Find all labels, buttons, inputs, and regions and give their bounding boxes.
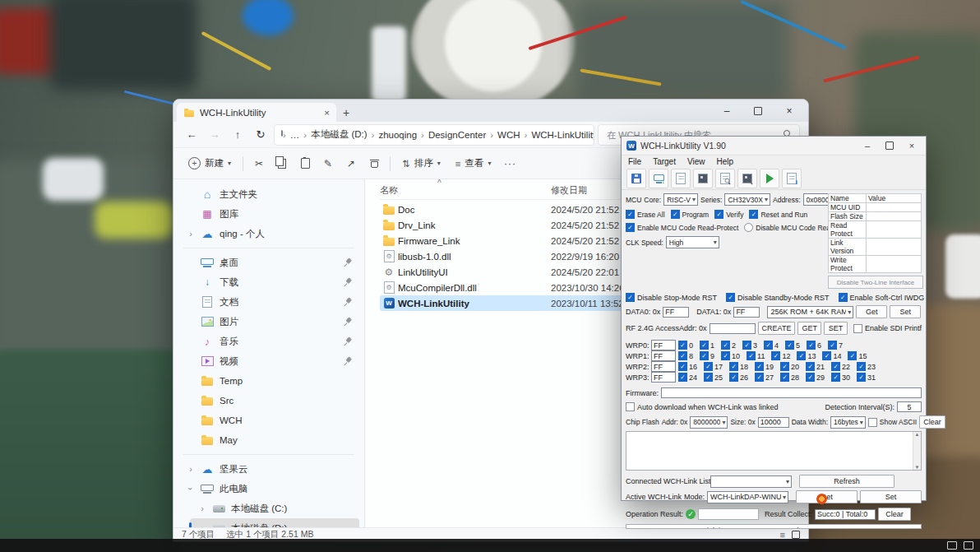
wrp-bit[interactable]: 2 bbox=[721, 341, 736, 350]
wrp-bit[interactable]: 11 bbox=[747, 351, 765, 360]
wrp-bit[interactable]: 4 bbox=[764, 341, 779, 350]
breadcrumb-item[interactable]: WCH-LinkUtility bbox=[529, 130, 594, 140]
wrp-bit[interactable]: 6 bbox=[807, 341, 821, 350]
sidebar-item-desktop[interactable]: 桌面 bbox=[178, 253, 359, 272]
wrp3-input[interactable] bbox=[651, 372, 676, 383]
verify-checkbox[interactable] bbox=[714, 210, 723, 219]
new-button[interactable]: 新建 bbox=[182, 153, 238, 174]
explorer-tab[interactable]: WCH-LinkUtility bbox=[177, 103, 336, 122]
menu-help[interactable]: Help bbox=[716, 157, 733, 166]
wrp-bit[interactable]: 1 bbox=[700, 341, 714, 350]
wrp-bit[interactable]: 16 bbox=[678, 362, 697, 371]
sidebar-item-documents[interactable]: 文档 bbox=[178, 292, 359, 312]
disable-read-protect-radio[interactable] bbox=[744, 223, 753, 232]
sidebar-item-may[interactable]: May bbox=[178, 430, 359, 450]
sidebar-item-nutstore[interactable]: 坚果云 bbox=[178, 459, 359, 479]
wrp-bit[interactable]: 7 bbox=[828, 341, 843, 350]
up-button[interactable] bbox=[228, 125, 247, 145]
data-get-button[interactable]: Get bbox=[856, 305, 887, 318]
sort-button[interactable]: 排序 bbox=[395, 153, 447, 174]
rf-create-button[interactable]: CREATE bbox=[758, 322, 796, 335]
wrp-bit[interactable]: 8 bbox=[678, 351, 693, 360]
show-ascii-checkbox[interactable] bbox=[868, 418, 877, 427]
forward-button[interactable] bbox=[205, 125, 224, 145]
iwdg-checkbox[interactable] bbox=[839, 293, 848, 302]
sidebar-item-temp[interactable]: Temp bbox=[178, 371, 359, 391]
breadcrumb-item[interactable]: 本地磁盘 (D:) bbox=[308, 128, 369, 141]
chevron-right-icon[interactable] bbox=[187, 464, 195, 474]
wrp-bit[interactable]: 9 bbox=[700, 351, 714, 360]
breadcrumb-item[interactable]: zhuoqing bbox=[376, 130, 419, 140]
refresh-button[interactable]: Refresh bbox=[799, 475, 894, 488]
download-button[interactable]: ↓ bbox=[649, 169, 668, 188]
sidebar-item-videos[interactable]: 视频 bbox=[178, 351, 359, 371]
file-button[interactable] bbox=[671, 169, 691, 188]
data-width-select[interactable]: 16bytes bbox=[830, 416, 866, 429]
connected-links-select[interactable] bbox=[710, 475, 792, 488]
rf-set-button[interactable]: SET bbox=[824, 322, 848, 335]
detection-interval-input[interactable] bbox=[897, 401, 922, 412]
wrp-bit[interactable]: 15 bbox=[848, 351, 867, 360]
open-file-button[interactable] bbox=[626, 169, 646, 188]
wrp-bit[interactable]: 20 bbox=[780, 362, 799, 371]
enable-read-protect-checkbox[interactable] bbox=[626, 223, 635, 232]
auto-download-checkbox[interactable] bbox=[626, 402, 635, 411]
flash-addr-select[interactable]: 8000000 bbox=[690, 416, 728, 429]
run-button[interactable] bbox=[760, 169, 779, 188]
maximize-button[interactable] bbox=[881, 137, 899, 155]
info-button[interactable]: i bbox=[782, 169, 802, 188]
wrp-bit[interactable]: 23 bbox=[857, 362, 876, 371]
wrp-bit[interactable]: 26 bbox=[729, 373, 748, 382]
data0-input[interactable] bbox=[663, 307, 689, 318]
wrp-bit[interactable]: 19 bbox=[755, 362, 774, 371]
wrp-bit[interactable]: 13 bbox=[797, 351, 816, 360]
taskbar[interactable] bbox=[0, 539, 980, 552]
sidebar-item-gallery[interactable]: 图库 bbox=[178, 204, 359, 224]
copy-button[interactable] bbox=[271, 153, 293, 174]
tray-display-icon[interactable] bbox=[947, 541, 957, 550]
flash-clear-button[interactable]: Clear bbox=[919, 415, 945, 429]
wrp-bit[interactable]: 29 bbox=[806, 373, 825, 382]
wrp-bit[interactable]: 5 bbox=[785, 341, 800, 350]
sidebar-item-home[interactable]: 主文件夹 bbox=[178, 184, 359, 204]
new-tab-button[interactable] bbox=[336, 103, 356, 122]
sidebar-item-drive-c[interactable]: 本地磁盘 (C:) bbox=[190, 499, 359, 518]
verify-button[interactable] bbox=[715, 169, 735, 188]
sidebar-item-thispc[interactable]: 此电脑 bbox=[178, 479, 359, 499]
firmware-path-input[interactable] bbox=[661, 387, 922, 398]
rf-get-button[interactable]: GET bbox=[797, 322, 821, 335]
sidebar-item-wch[interactable]: WCH bbox=[178, 411, 359, 430]
breadcrumb-ellipsis[interactable]: … bbox=[288, 130, 303, 140]
sdi-printf-checkbox[interactable] bbox=[853, 324, 862, 333]
chevron-right-icon[interactable] bbox=[198, 503, 206, 513]
disable-two-line-button[interactable]: Disable Two-Line Interface bbox=[828, 276, 923, 289]
more-button[interactable] bbox=[499, 153, 520, 174]
reset-run-checkbox[interactable] bbox=[749, 210, 758, 219]
breadcrumb-item[interactable]: DesignCenter bbox=[426, 130, 488, 140]
data1-input[interactable] bbox=[733, 307, 760, 318]
sidebar-item-downloads[interactable]: ↓下载 bbox=[178, 272, 359, 292]
menu-target[interactable]: Target bbox=[653, 157, 676, 166]
chip-button[interactable] bbox=[693, 169, 713, 188]
sidebar-item-pictures[interactable]: 图片 bbox=[178, 312, 359, 332]
wrp2-input[interactable] bbox=[651, 361, 676, 372]
breadcrumb[interactable]: … 本地磁盘 (D:) zhuoqing DesignCenter WCH WC… bbox=[274, 124, 594, 146]
wrp-bit[interactable]: 28 bbox=[780, 373, 799, 382]
wrp-bit[interactable]: 14 bbox=[822, 351, 841, 360]
series-select[interactable]: CH32V30X bbox=[724, 193, 770, 206]
wrp-bit[interactable]: 27 bbox=[755, 373, 774, 382]
data-set-button[interactable]: Set bbox=[890, 305, 921, 318]
scrollbar[interactable]: ▲▼ bbox=[913, 432, 921, 470]
log-area[interactable]: 10:10:16:376>> WCH-Link is at ARM-WINUSB… bbox=[626, 524, 922, 529]
rename-button[interactable] bbox=[317, 153, 339, 174]
wrp-bit[interactable]: 12 bbox=[771, 351, 790, 360]
tray-camera-icon[interactable] bbox=[964, 541, 973, 550]
minimize-button[interactable] bbox=[711, 100, 742, 122]
active-mode-select[interactable]: WCH-LinkDAP-WINUSB bbox=[707, 491, 788, 503]
maximize-button[interactable] bbox=[742, 100, 774, 122]
cut-button[interactable] bbox=[248, 153, 270, 174]
chevron-down-icon[interactable] bbox=[186, 485, 196, 493]
wrp-bit[interactable]: 22 bbox=[831, 362, 850, 371]
refresh-button[interactable] bbox=[251, 125, 270, 145]
read-chip-button[interactable] bbox=[737, 169, 757, 188]
